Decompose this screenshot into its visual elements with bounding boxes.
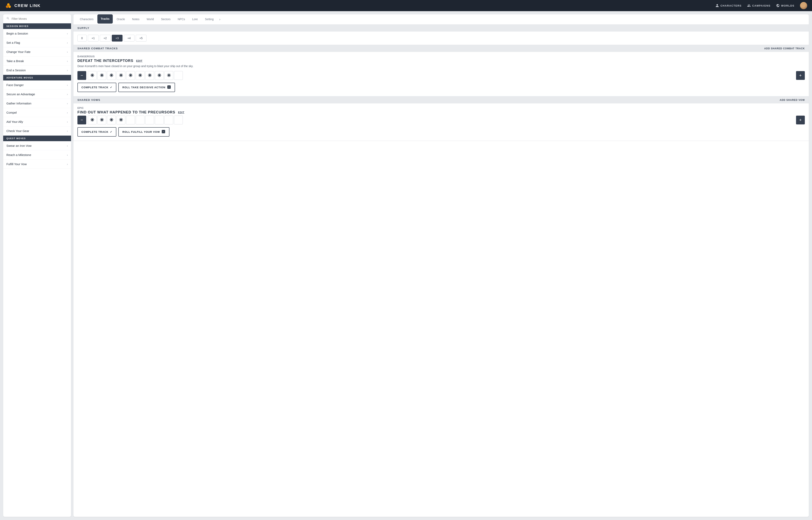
track-box-4: ✳ — [116, 115, 125, 124]
dice-icon — [162, 130, 165, 134]
add-shared-vow-button[interactable]: ADD SHARED VOW — [780, 99, 805, 101]
track-box-4: ✳ — [116, 71, 125, 80]
supply-buttons: 0 +1 +2 +3 +4 +5 — [78, 35, 805, 42]
content-body: SUPPLY 0 +1 +2 +3 +4 +5 SHARED COMBAT — [74, 25, 809, 141]
svg-point-1 — [6, 5, 8, 8]
sidebar-item-end-session[interactable]: End a Session › — [3, 66, 71, 75]
add-combat-track-button[interactable]: ADD SHARED COMBAT TRACK — [764, 47, 805, 50]
tab-notes[interactable]: Notes — [129, 15, 143, 24]
nav-campaigns[interactable]: CAMPAIGNS — [747, 4, 771, 7]
track-actions: COMPLETE TRACK ✓ ROLL TAKE DECISIVE ACTI… — [78, 83, 805, 92]
chevron-icon: › — [67, 69, 68, 72]
navbar-nav: CHARACTERS CAMPAIGNS WORLDS — [716, 2, 807, 9]
tab-world[interactable]: World — [143, 15, 157, 24]
sidebar-item-label: Secure an Advantage — [6, 93, 35, 96]
tab-lore[interactable]: Lore — [189, 15, 201, 24]
shared-vows-section: SHARED VOWS ADD SHARED VOW EPIC FIND OUT… — [74, 97, 809, 141]
sidebar-item-begin-session[interactable]: Begin a Session › — [3, 29, 71, 38]
sidebar-item-label: Gather Information — [6, 102, 31, 105]
tab-setting[interactable]: Setting — [202, 15, 217, 24]
search-input[interactable] — [11, 17, 68, 20]
tab-more[interactable]: › — [218, 15, 222, 24]
track-box-1: ✳ — [88, 115, 96, 124]
sidebar-item-label: Reach a Milestone — [6, 153, 31, 157]
tab-oracle[interactable]: Oracle — [114, 15, 128, 24]
track-name-row: FIND OUT WHAT HAPPENED TO THE PRECURSORS… — [78, 110, 805, 114]
search-icon — [6, 17, 9, 21]
sidebar-item-change-fate[interactable]: Change Your Fate › — [3, 47, 71, 56]
sidebar-item-swear-vow[interactable]: Swear an Iron Vow › — [3, 141, 71, 150]
sidebar-item-label: Aid Your Ally — [6, 120, 23, 123]
sidebar-item-secure-advantage[interactable]: Secure an Advantage › — [3, 90, 71, 99]
complete-track-button-vow[interactable]: COMPLETE TRACK ✓ — [78, 127, 116, 137]
user-avatar[interactable] — [800, 2, 807, 9]
supply-btn-0[interactable]: 0 — [78, 35, 87, 42]
tab-characters[interactable]: Characters — [77, 15, 96, 24]
sidebar-item-label: Set a Flag — [6, 41, 20, 44]
sidebar-item-gather-information[interactable]: Gather Information › — [3, 99, 71, 108]
supply-btn-5[interactable]: +5 — [136, 35, 146, 42]
sidebar-item-label: Check Your Gear — [6, 129, 29, 133]
supply-title-bar: SUPPLY — [74, 25, 809, 31]
track-edit-link[interactable]: EDIT — [178, 111, 185, 114]
roll-fulfill-button[interactable]: ROLL FULFILL YOUR VOW — [118, 127, 169, 137]
track-plus-button[interactable]: + — [796, 71, 805, 80]
track-box-6 — [136, 115, 144, 124]
sidebar-item-take-break[interactable]: Take a Break › — [3, 56, 71, 66]
svg-point-5 — [169, 87, 169, 87]
track-name: DEFEAT THE INTERCEPTORS — [78, 59, 133, 63]
svg-point-8 — [168, 87, 169, 88]
chevron-icon: › — [67, 50, 68, 53]
track-progress-row: − ✳ ✳ ✳ ✳ + — [78, 115, 805, 124]
checkmark-icon: ✓ — [110, 130, 112, 133]
globe-icon — [776, 4, 780, 7]
track-boxes: ✳ ✳ ✳ ✳ — [88, 115, 794, 124]
track-actions: COMPLETE TRACK ✓ ROLL FULFILL YOUR VOW — [78, 127, 805, 137]
track-name-row: DEFEAT THE INTERCEPTORS EDIT — [78, 59, 805, 63]
sidebar-item-fulfill-vow[interactable]: Fulfill Your Vow › — [3, 160, 71, 169]
sidebar-item-face-danger[interactable]: Face Danger › — [3, 80, 71, 90]
complete-track-label: COMPLETE TRACK — [81, 86, 108, 89]
sidebar-item-set-flag[interactable]: Set a Flag › — [3, 38, 71, 47]
supply-btn-4[interactable]: +4 — [124, 35, 135, 42]
chevron-icon: › — [67, 59, 68, 63]
roll-fulfill-label: ROLL FULFILL YOUR VOW — [122, 130, 160, 133]
nav-characters[interactable]: CHARACTERS — [716, 4, 741, 7]
avatar-image — [800, 2, 807, 9]
svg-point-14 — [163, 132, 163, 133]
content-panel: Characters Tracks Oracle Notes World Sec… — [74, 15, 809, 517]
complete-track-label: COMPLETE TRACK — [81, 130, 108, 133]
supply-btn-2[interactable]: +2 — [100, 35, 111, 42]
sidebar-item-label: Compel — [6, 111, 17, 114]
chevron-icon: › — [67, 102, 68, 105]
sidebar-item-aid-ally[interactable]: Aid Your Ally › — [3, 117, 71, 126]
track-edit-link[interactable]: EDIT — [136, 59, 142, 62]
svg-point-0 — [7, 3, 10, 6]
svg-point-13 — [164, 131, 164, 131]
track-item-precursors: EPIC FIND OUT WHAT HAPPENED TO THE PRECU… — [74, 103, 809, 141]
roll-action-button[interactable]: ROLL TAKE DECISIVE ACTION — [118, 83, 175, 92]
track-minus-button[interactable]: − — [78, 71, 86, 80]
nav-worlds[interactable]: WORLDS — [776, 4, 794, 7]
track-name: FIND OUT WHAT HAPPENED TO THE PRECURSORS — [78, 110, 175, 114]
supply-btn-1[interactable]: +1 — [88, 35, 99, 42]
tab-npcs[interactable]: NPCs — [174, 15, 188, 24]
track-plus-button[interactable]: + — [796, 115, 805, 124]
sidebar-item-check-gear[interactable]: Check Your Gear › — [3, 126, 71, 136]
track-box-2: ✳ — [97, 71, 106, 80]
supply-btn-3[interactable]: +3 — [112, 35, 122, 42]
sidebar-item-compel[interactable]: Compel › — [3, 108, 71, 117]
track-box-10 — [174, 71, 183, 80]
supply-buttons-container: 0 +1 +2 +3 +4 +5 — [74, 31, 809, 45]
tab-tracks[interactable]: Tracks — [97, 15, 113, 24]
complete-track-button[interactable]: COMPLETE TRACK ✓ — [78, 83, 116, 92]
sidebar-item-label: Change Your Fate — [6, 50, 31, 53]
shared-vows-title-bar: SHARED VOWS ADD SHARED VOW — [74, 97, 809, 103]
tab-sectors[interactable]: Sectors — [158, 15, 174, 24]
track-minus-button[interactable]: − — [78, 115, 86, 124]
track-box-9: ✳ — [164, 71, 173, 80]
roll-action-label: ROLL TAKE DECISIVE ACTION — [122, 86, 165, 89]
track-box-3: ✳ — [107, 71, 116, 80]
sidebar-item-reach-milestone[interactable]: Reach a Milestone › — [3, 150, 71, 160]
chevron-icon: › — [67, 111, 68, 114]
